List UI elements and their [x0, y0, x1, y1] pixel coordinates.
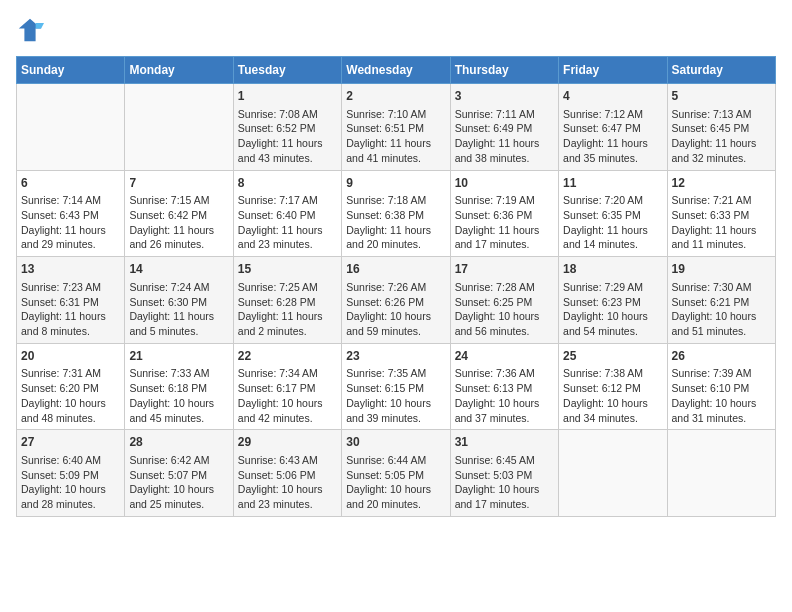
calendar-cell: 12Sunrise: 7:21 AMSunset: 6:33 PMDayligh…: [667, 170, 775, 257]
calendar-week-row: 20Sunrise: 7:31 AMSunset: 6:20 PMDayligh…: [17, 343, 776, 430]
day-info: Sunset: 6:13 PM: [455, 381, 554, 396]
day-info: Sunrise: 7:21 AM: [672, 193, 771, 208]
calendar-cell: 21Sunrise: 7:33 AMSunset: 6:18 PMDayligh…: [125, 343, 233, 430]
day-info: Sunset: 5:06 PM: [238, 468, 337, 483]
calendar-week-row: 13Sunrise: 7:23 AMSunset: 6:31 PMDayligh…: [17, 257, 776, 344]
day-info: Daylight: 11 hours and 43 minutes.: [238, 136, 337, 165]
calendar-cell: 19Sunrise: 7:30 AMSunset: 6:21 PMDayligh…: [667, 257, 775, 344]
day-number: 16: [346, 261, 445, 278]
day-info: Daylight: 10 hours and 51 minutes.: [672, 309, 771, 338]
day-info: Sunrise: 7:08 AM: [238, 107, 337, 122]
day-info: Sunrise: 7:10 AM: [346, 107, 445, 122]
calendar-cell: 26Sunrise: 7:39 AMSunset: 6:10 PMDayligh…: [667, 343, 775, 430]
calendar-cell: 20Sunrise: 7:31 AMSunset: 6:20 PMDayligh…: [17, 343, 125, 430]
day-number: 29: [238, 434, 337, 451]
day-number: 15: [238, 261, 337, 278]
calendar-cell: 27Sunrise: 6:40 AMSunset: 5:09 PMDayligh…: [17, 430, 125, 517]
calendar-week-row: 1Sunrise: 7:08 AMSunset: 6:52 PMDaylight…: [17, 84, 776, 171]
day-info: Sunset: 6:28 PM: [238, 295, 337, 310]
calendar-cell: 22Sunrise: 7:34 AMSunset: 6:17 PMDayligh…: [233, 343, 341, 430]
day-info: Sunset: 6:26 PM: [346, 295, 445, 310]
day-info: Daylight: 10 hours and 39 minutes.: [346, 396, 445, 425]
day-info: Sunrise: 7:17 AM: [238, 193, 337, 208]
day-number: 23: [346, 348, 445, 365]
day-info: Sunrise: 7:20 AM: [563, 193, 662, 208]
day-info: Sunrise: 6:40 AM: [21, 453, 120, 468]
day-info: Daylight: 10 hours and 42 minutes.: [238, 396, 337, 425]
day-info: Sunset: 6:36 PM: [455, 208, 554, 223]
day-info: Sunrise: 7:15 AM: [129, 193, 228, 208]
day-info: Daylight: 11 hours and 32 minutes.: [672, 136, 771, 165]
day-info: Daylight: 11 hours and 26 minutes.: [129, 223, 228, 252]
day-info: Sunrise: 7:34 AM: [238, 366, 337, 381]
day-number: 14: [129, 261, 228, 278]
day-info: Sunset: 6:18 PM: [129, 381, 228, 396]
day-info: Sunrise: 7:31 AM: [21, 366, 120, 381]
day-info: Sunset: 5:07 PM: [129, 468, 228, 483]
calendar-cell: 6Sunrise: 7:14 AMSunset: 6:43 PMDaylight…: [17, 170, 125, 257]
logo: [16, 16, 48, 44]
calendar-cell: 25Sunrise: 7:38 AMSunset: 6:12 PMDayligh…: [559, 343, 667, 430]
calendar-cell: 13Sunrise: 7:23 AMSunset: 6:31 PMDayligh…: [17, 257, 125, 344]
day-info: Sunrise: 7:14 AM: [21, 193, 120, 208]
day-info: Sunset: 6:12 PM: [563, 381, 662, 396]
day-info: Sunrise: 7:19 AM: [455, 193, 554, 208]
day-info: Sunset: 6:35 PM: [563, 208, 662, 223]
day-info: Sunset: 6:25 PM: [455, 295, 554, 310]
calendar-cell: 8Sunrise: 7:17 AMSunset: 6:40 PMDaylight…: [233, 170, 341, 257]
day-info: Sunset: 6:40 PM: [238, 208, 337, 223]
day-info: Daylight: 11 hours and 35 minutes.: [563, 136, 662, 165]
day-info: Daylight: 10 hours and 34 minutes.: [563, 396, 662, 425]
day-info: Sunrise: 7:13 AM: [672, 107, 771, 122]
logo-icon: [16, 16, 44, 44]
calendar-cell: [17, 84, 125, 171]
day-info: Daylight: 11 hours and 14 minutes.: [563, 223, 662, 252]
day-info: Daylight: 11 hours and 29 minutes.: [21, 223, 120, 252]
day-info: Sunrise: 7:11 AM: [455, 107, 554, 122]
calendar-cell: 9Sunrise: 7:18 AMSunset: 6:38 PMDaylight…: [342, 170, 450, 257]
day-info: Daylight: 11 hours and 38 minutes.: [455, 136, 554, 165]
calendar-cell: 18Sunrise: 7:29 AMSunset: 6:23 PMDayligh…: [559, 257, 667, 344]
calendar-cell: 28Sunrise: 6:42 AMSunset: 5:07 PMDayligh…: [125, 430, 233, 517]
day-number: 18: [563, 261, 662, 278]
calendar-table: SundayMondayTuesdayWednesdayThursdayFrid…: [16, 56, 776, 517]
day-info: Sunrise: 7:39 AM: [672, 366, 771, 381]
calendar-cell: [667, 430, 775, 517]
calendar-cell: 17Sunrise: 7:28 AMSunset: 6:25 PMDayligh…: [450, 257, 558, 344]
svg-marker-0: [19, 19, 41, 41]
day-number: 28: [129, 434, 228, 451]
calendar-cell: 11Sunrise: 7:20 AMSunset: 6:35 PMDayligh…: [559, 170, 667, 257]
calendar-cell: 29Sunrise: 6:43 AMSunset: 5:06 PMDayligh…: [233, 430, 341, 517]
day-info: Sunrise: 7:12 AM: [563, 107, 662, 122]
day-info: Sunrise: 7:29 AM: [563, 280, 662, 295]
day-number: 12: [672, 175, 771, 192]
day-info: Daylight: 11 hours and 41 minutes.: [346, 136, 445, 165]
day-info: Daylight: 10 hours and 31 minutes.: [672, 396, 771, 425]
day-info: Daylight: 10 hours and 56 minutes.: [455, 309, 554, 338]
day-number: 7: [129, 175, 228, 192]
calendar-cell: 23Sunrise: 7:35 AMSunset: 6:15 PMDayligh…: [342, 343, 450, 430]
day-header-tuesday: Tuesday: [233, 57, 341, 84]
day-info: Sunrise: 6:45 AM: [455, 453, 554, 468]
day-info: Sunrise: 7:35 AM: [346, 366, 445, 381]
day-header-thursday: Thursday: [450, 57, 558, 84]
day-header-sunday: Sunday: [17, 57, 125, 84]
calendar-cell: 7Sunrise: 7:15 AMSunset: 6:42 PMDaylight…: [125, 170, 233, 257]
day-info: Sunset: 6:23 PM: [563, 295, 662, 310]
day-number: 30: [346, 434, 445, 451]
calendar-cell: 4Sunrise: 7:12 AMSunset: 6:47 PMDaylight…: [559, 84, 667, 171]
day-number: 11: [563, 175, 662, 192]
calendar-header-row: SundayMondayTuesdayWednesdayThursdayFrid…: [17, 57, 776, 84]
day-info: Sunset: 6:49 PM: [455, 121, 554, 136]
day-info: Daylight: 11 hours and 8 minutes.: [21, 309, 120, 338]
day-info: Sunrise: 7:26 AM: [346, 280, 445, 295]
day-number: 22: [238, 348, 337, 365]
day-info: Daylight: 10 hours and 17 minutes.: [455, 482, 554, 511]
day-info: Sunrise: 7:33 AM: [129, 366, 228, 381]
calendar-cell: 1Sunrise: 7:08 AMSunset: 6:52 PMDaylight…: [233, 84, 341, 171]
day-info: Sunrise: 7:36 AM: [455, 366, 554, 381]
day-info: Daylight: 10 hours and 45 minutes.: [129, 396, 228, 425]
day-info: Sunrise: 7:38 AM: [563, 366, 662, 381]
day-info: Daylight: 10 hours and 54 minutes.: [563, 309, 662, 338]
day-number: 31: [455, 434, 554, 451]
